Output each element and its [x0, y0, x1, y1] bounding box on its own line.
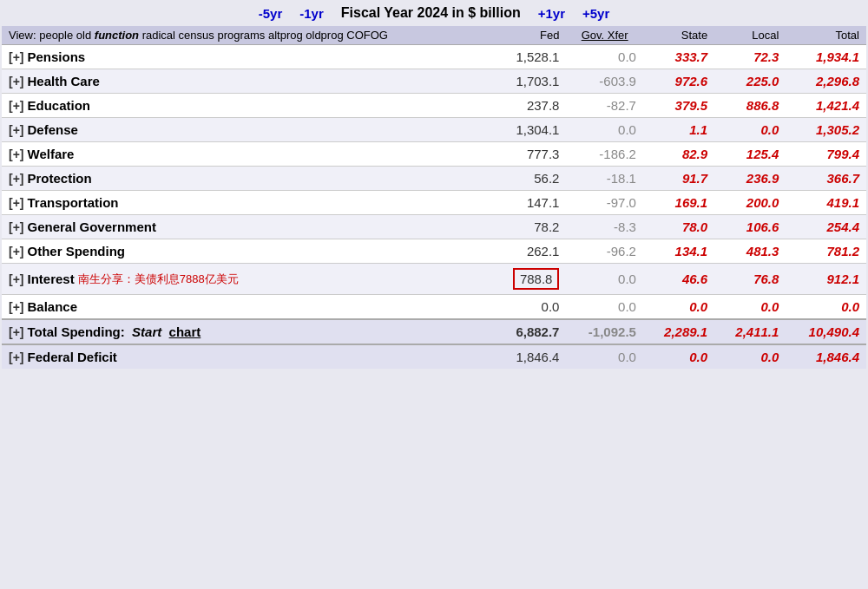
state-value: 0.0 — [643, 295, 714, 320]
deficit-xfer: 0.0 — [566, 344, 642, 369]
total-label: [+] Total Spending: Start chart — [2, 319, 491, 344]
xfer-value: -18.1 — [566, 167, 642, 191]
col-total-header[interactable]: Total — [786, 26, 866, 45]
total-xfer: -1,092.5 — [566, 319, 642, 344]
main-table: View: people old function radical census… — [2, 26, 866, 369]
row-label-cell: [+]Pensions — [2, 45, 491, 69]
chart-link[interactable]: chart — [169, 324, 201, 339]
nav-minus5[interactable]: -5yr — [259, 6, 283, 21]
total-value: 912.1 — [786, 264, 866, 295]
expand-button[interactable]: [+] — [9, 75, 24, 88]
row-label-cell: [+]Defense — [2, 118, 491, 142]
row-label-cell: [+]Other Spending — [2, 239, 491, 264]
total-state: 2,289.1 — [643, 319, 714, 344]
highlighted-value: 788.8 — [513, 268, 560, 290]
row-name: Education — [28, 98, 91, 113]
nav-plus1[interactable]: +1yr — [538, 6, 565, 21]
row-name: General Government — [28, 219, 156, 234]
deficit-local: 0.0 — [714, 344, 786, 369]
total-value: 419.1 — [786, 191, 866, 215]
expand-button[interactable]: [+] — [9, 196, 24, 210]
expand-button[interactable]: [+] — [9, 50, 24, 64]
local-value: 125.4 — [714, 142, 786, 167]
state-value: 169.1 — [643, 191, 714, 215]
fed-value: 1,703.1 — [491, 69, 567, 94]
state-value: 78.0 — [643, 215, 714, 239]
xfer-value: -97.0 — [566, 191, 642, 215]
state-value: 972.6 — [643, 69, 714, 94]
total-value: 799.4 — [786, 142, 866, 167]
local-value: 236.9 — [714, 167, 786, 191]
local-value: 0.0 — [714, 295, 786, 320]
fed-value: 0.0 — [491, 295, 567, 320]
deficit-fed: 1,846.4 — [491, 344, 567, 369]
deficit-label: [+] Federal Deficit — [2, 344, 491, 369]
table-row: [+]Pensions1,528.10.0333.772.31,934.1 — [2, 45, 866, 69]
col-fed-header[interactable]: Fed — [491, 26, 567, 45]
local-value: 481.3 — [714, 239, 786, 264]
nav-plus5[interactable]: +5yr — [582, 6, 609, 21]
table-row: [+]Protection56.2-18.191.7236.9366.7 — [2, 167, 866, 191]
annotation-text: 南生分享：美债利息7888亿美元 — [78, 272, 239, 287]
local-value: 886.8 — [714, 94, 786, 118]
fed-value: 262.1 — [491, 239, 567, 264]
row-label-cell: [+]Interest 南生分享：美债利息7888亿美元 — [2, 264, 491, 295]
row-name: Welfare — [28, 147, 75, 161]
fed-value: 147.1 — [491, 191, 567, 215]
table-row: [+]Welfare777.3-186.282.9125.4799.4 — [2, 142, 866, 167]
total-local: 2,411.1 — [714, 319, 786, 344]
expand-button[interactable]: [+] — [9, 245, 24, 259]
table-row: [+]Other Spending262.1-96.2134.1481.3781… — [2, 239, 866, 264]
state-value: 46.6 — [643, 264, 714, 295]
total-value: 1,934.1 — [786, 45, 866, 69]
state-value: 1.1 — [643, 118, 714, 142]
state-value: 379.5 — [643, 94, 714, 118]
table-row: [+]Balance0.00.00.00.00.0 — [2, 295, 866, 320]
table-row: [+]Health Care1,703.1-603.9972.6225.02,2… — [2, 69, 866, 94]
fed-value: 777.3 — [491, 142, 567, 167]
header-view-row: View: people old function radical census… — [2, 26, 866, 45]
table-row: [+]Transportation147.1-97.0169.1200.0419… — [2, 191, 866, 215]
fed-value: 1,304.1 — [491, 118, 567, 142]
total-spending-row: [+] Total Spending: Start chart 6,882.7 … — [2, 319, 866, 344]
expand-button[interactable]: [+] — [9, 99, 24, 113]
nav-minus1[interactable]: -1yr — [299, 6, 324, 21]
expand-button[interactable]: [+] — [9, 220, 24, 234]
deficit-state: 0.0 — [643, 344, 714, 369]
fed-value: 237.8 — [491, 94, 567, 118]
row-name: Defense — [28, 122, 78, 137]
row-label-cell: [+]Health Care — [2, 69, 491, 94]
fed-value: 56.2 — [491, 167, 567, 191]
row-name: Health Care — [28, 74, 100, 88]
row-name: Protection — [28, 171, 92, 186]
fed-value: 1,528.1 — [491, 45, 567, 69]
table-wrapper: View: people old function radical census… — [2, 26, 866, 369]
expand-button[interactable]: [+] — [9, 172, 24, 186]
main-container: -5yr -1yr Fiscal Year 2024 in $ billion … — [0, 0, 868, 369]
xfer-value: 0.0 — [566, 45, 642, 69]
top-navigation: -5yr -1yr Fiscal Year 2024 in $ billion … — [0, 0, 868, 26]
federal-deficit-row: [+] Federal Deficit 1,846.4 0.0 0.0 0.0 … — [2, 344, 866, 369]
col-state-header[interactable]: State — [643, 26, 714, 45]
local-value: 76.8 — [714, 264, 786, 295]
table-footer: [+] Total Spending: Start chart 6,882.7 … — [2, 319, 866, 369]
row-name: Balance — [28, 299, 78, 314]
row-name: Pensions — [28, 49, 86, 64]
row-name: Other Spending — [28, 244, 126, 259]
expand-button[interactable]: [+] — [9, 300, 24, 314]
row-label-cell: [+]General Government — [2, 215, 491, 239]
total-value: 366.7 — [786, 167, 866, 191]
expand-button[interactable]: [+] — [9, 272, 24, 286]
total-value: 0.0 — [786, 295, 866, 320]
state-value: 134.1 — [643, 239, 714, 264]
total-total: 10,490.4 — [786, 319, 866, 344]
expand-button[interactable]: [+] — [9, 123, 24, 137]
local-value: 106.6 — [714, 215, 786, 239]
local-value: 0.0 — [714, 118, 786, 142]
table-row: [+]Defense1,304.10.01.10.01,305.2 — [2, 118, 866, 142]
total-value: 254.4 — [786, 215, 866, 239]
col-local-header[interactable]: Local — [714, 26, 786, 45]
xfer-value: 0.0 — [566, 295, 642, 320]
expand-button[interactable]: [+] — [9, 147, 24, 161]
view-text: View: people old function radical census… — [2, 26, 491, 45]
